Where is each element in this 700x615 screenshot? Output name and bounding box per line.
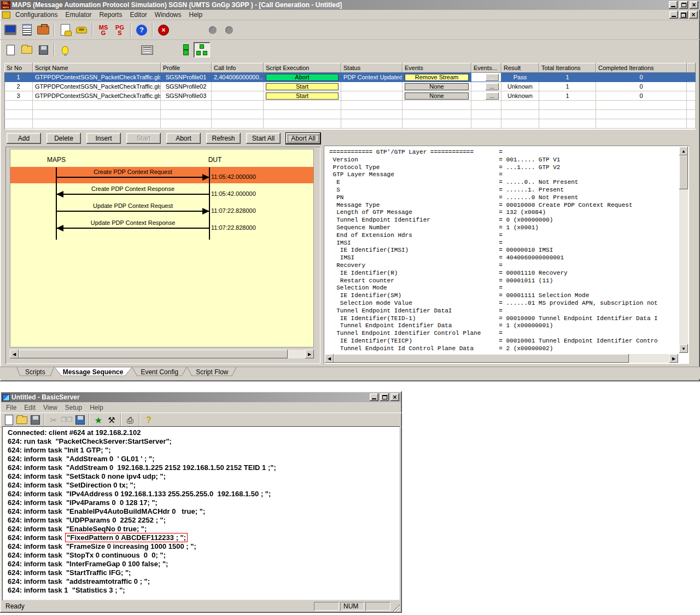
scroll-down-icon[interactable]: ▼ <box>679 344 688 353</box>
table-row[interactable]: 2GTPPDPContextSGSN_PacketCheckTraffic.gl… <box>4 82 696 91</box>
abort-all-button[interactable]: Abort All <box>286 133 320 144</box>
column-header[interactable]: Events... <box>471 63 501 73</box>
delete-button[interactable]: Delete <box>46 133 81 144</box>
exit-icon[interactable]: × <box>155 22 172 38</box>
open-icon[interactable] <box>15 413 28 428</box>
maximize-button[interactable] <box>679 1 688 9</box>
close-button[interactable]: × <box>390 393 399 401</box>
tab-message-sequence[interactable]: Message Sequence <box>54 367 132 378</box>
gtp-vscrollbar[interactable]: ▲ ▼ <box>679 147 688 353</box>
events-more-button[interactable]: ... <box>486 74 499 81</box>
script-execution-button[interactable]: Start <box>266 83 339 90</box>
menu-emulator[interactable]: Emulator <box>61 10 95 19</box>
message-label[interactable]: Create PDP Context Response <box>56 185 209 192</box>
menu-help[interactable]: Help <box>185 10 207 19</box>
column-header[interactable]: Call Info <box>212 63 264 73</box>
column-header[interactable]: Sr No <box>4 63 33 73</box>
scroll-up-icon[interactable]: ▲ <box>679 147 688 155</box>
basicserver-titlebar[interactable]: Untitled - BasicServer × <box>1 392 401 402</box>
node-list-icon[interactable] <box>177 42 194 57</box>
tools-icon[interactable]: ⚒ <box>105 413 118 428</box>
mdi-minimize-button[interactable] <box>669 11 678 19</box>
close-button[interactable]: × <box>690 1 698 9</box>
events-button[interactable]: Remove Stream <box>405 74 469 81</box>
msg-text-icon[interactable]: MSG <box>95 22 112 38</box>
events-button[interactable]: None <box>405 83 469 90</box>
script-execution-button[interactable]: Start <box>266 92 339 100</box>
scroll-left-icon[interactable]: ◀ <box>325 354 334 363</box>
menu-editor[interactable]: Editor <box>126 10 150 19</box>
events-more-button[interactable]: ... <box>486 92 499 100</box>
help-icon[interactable]: ? <box>142 413 155 428</box>
column-header[interactable]: Events <box>402 63 471 73</box>
events-more-button[interactable]: ... <box>486 83 499 90</box>
table-row[interactable]: 1GTPPDPContextSGSN_PacketCheckTraffic.gl… <box>4 73 696 82</box>
start-all-button[interactable]: Start All <box>246 133 281 144</box>
column-header[interactable]: Result <box>501 63 539 73</box>
call-icon[interactable] <box>73 22 90 38</box>
abort-button[interactable]: Abort <box>166 133 201 144</box>
print-icon[interactable]: ⎙ <box>124 413 137 428</box>
mdi-child-icon[interactable] <box>2 11 10 19</box>
sequence-hscrollbar[interactable]: ◀ ▶ <box>10 350 314 358</box>
copy-icon[interactable]: ❐❐ <box>60 413 73 428</box>
maximize-button[interactable] <box>380 393 389 401</box>
mdi-close-button[interactable]: × <box>689 11 698 19</box>
open-icon[interactable] <box>19 42 35 57</box>
notepad-icon[interactable] <box>19 22 35 38</box>
refresh-button[interactable]: Refresh <box>206 133 241 144</box>
briefcase-icon[interactable] <box>35 22 51 38</box>
table-empty-row[interactable] <box>4 101 696 110</box>
menu-edit[interactable]: Edit <box>20 403 39 412</box>
add-button[interactable]: Add <box>7 133 41 144</box>
table-row[interactable]: 3GTPPDPContextSGSN_PacketCheckTraffic.gl… <box>4 91 696 101</box>
menu-help[interactable]: Help <box>86 403 107 412</box>
help-icon[interactable]: ? <box>133 22 150 38</box>
save-icon[interactable] <box>35 42 51 57</box>
column-header[interactable]: Status <box>341 63 402 73</box>
paste-icon[interactable] <box>73 413 86 428</box>
tab-event-config[interactable]: Event Config <box>132 367 187 378</box>
column-header[interactable]: Completed Iterations <box>596 63 687 73</box>
network-icon[interactable]: ★ <box>92 413 105 428</box>
new-icon[interactable] <box>2 413 15 428</box>
scroll-thumb[interactable] <box>679 155 688 189</box>
menu-configurations[interactable]: Configurations <box>11 10 61 19</box>
scroll-right-icon[interactable]: ▶ <box>305 350 314 358</box>
table-empty-row[interactable] <box>4 110 696 119</box>
bulb-icon[interactable] <box>57 42 73 57</box>
node-tree-icon[interactable] <box>194 42 210 57</box>
message-label[interactable]: Create PDP Context Request <box>56 169 209 175</box>
menu-view[interactable]: View <box>39 403 61 412</box>
column-header[interactable]: Profile <box>161 63 212 73</box>
pgs-text-icon[interactable]: PGS <box>112 22 128 38</box>
tab-script-flow[interactable]: Script Flow <box>187 367 237 378</box>
tab-scripts[interactable]: Scripts <box>16 367 54 378</box>
events-button[interactable]: None <box>405 92 469 100</box>
menu-windows[interactable]: Windows <box>151 10 185 19</box>
resize-grip[interactable] <box>393 605 400 612</box>
menu-reports[interactable]: Reports <box>95 10 126 19</box>
server-console[interactable]: Connected: client #624 at 192.168.2.1026… <box>2 426 400 600</box>
message-label[interactable]: Update PDP Context Response <box>56 219 209 226</box>
gtp-hscrollbar[interactable]: ◀ ▶ <box>325 354 678 363</box>
scroll-thumb[interactable] <box>334 354 629 363</box>
insert-button[interactable]: Insert <box>86 133 121 144</box>
minimize-button[interactable] <box>370 393 378 401</box>
table-empty-row[interactable] <box>4 119 696 129</box>
scroll-left-icon[interactable]: ◀ <box>10 350 19 358</box>
script-execution-button[interactable]: Abort <box>266 74 339 81</box>
cut-icon[interactable]: ✂ <box>47 413 60 428</box>
message-label[interactable]: Update PDP Context Request <box>56 202 209 209</box>
menu-setup[interactable]: Setup <box>61 403 86 412</box>
menu-file[interactable]: File <box>2 403 20 412</box>
mdi-restore-button[interactable] <box>679 11 688 19</box>
save-icon[interactable] <box>28 413 42 428</box>
minimize-button[interactable] <box>669 1 678 9</box>
column-header[interactable]: Total Iterations <box>539 63 596 73</box>
column-header[interactable]: Script Execution <box>264 63 341 73</box>
scroll-right-icon[interactable]: ▶ <box>669 354 678 363</box>
new-script-icon[interactable] <box>2 42 19 57</box>
column-header[interactable]: Script Name <box>33 63 161 73</box>
monitor-icon[interactable] <box>2 22 19 38</box>
